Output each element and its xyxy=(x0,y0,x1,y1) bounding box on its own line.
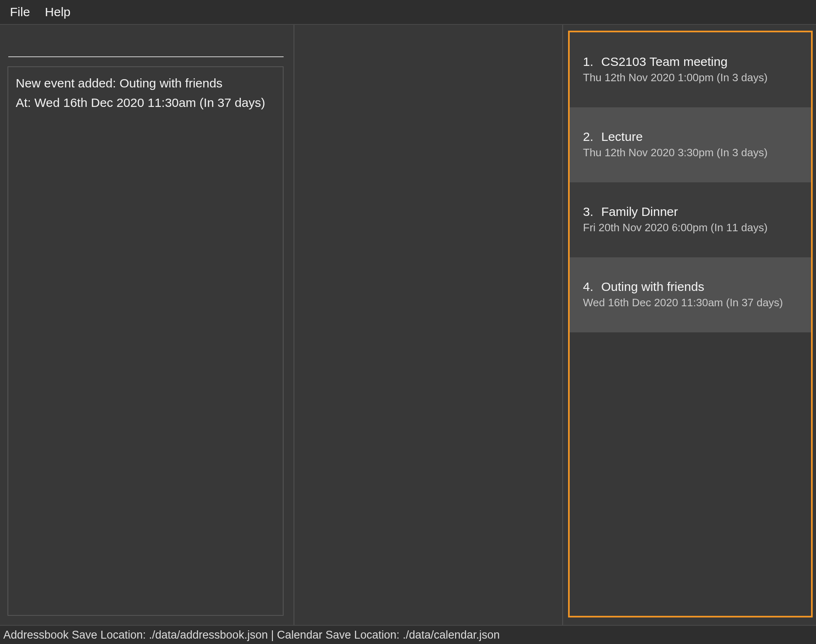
result-text: New event added: Outing with friends At:… xyxy=(16,74,274,112)
event-time: Thu 12th Nov 2020 1:00pm (In 3 days) xyxy=(583,71,799,84)
event-title: Lecture xyxy=(601,130,643,144)
event-title: CS2103 Team meeting xyxy=(601,55,728,69)
events-list: 1. CS2103 Team meeting Thu 12th Nov 2020… xyxy=(568,31,813,617)
event-card[interactable]: 4. Outing with friends Wed 16th Dec 2020… xyxy=(570,257,811,332)
event-index: 4. xyxy=(583,280,601,294)
main-area: New event added: Outing with friends At:… xyxy=(0,25,816,625)
right-panel: 1. CS2103 Team meeting Thu 12th Nov 2020… xyxy=(563,25,816,625)
menubar: File Help xyxy=(0,0,816,25)
event-card[interactable]: 1. CS2103 Team meeting Thu 12th Nov 2020… xyxy=(570,32,811,107)
menu-help[interactable]: Help xyxy=(45,5,70,19)
result-box: New event added: Outing with friends At:… xyxy=(7,66,284,616)
command-input[interactable] xyxy=(8,37,284,57)
event-time: Wed 16th Dec 2020 11:30am (In 37 days) xyxy=(583,296,799,309)
event-time: Fri 20th Nov 2020 6:00pm (In 11 days) xyxy=(583,221,799,234)
event-card[interactable]: 2. Lecture Thu 12th Nov 2020 3:30pm (In … xyxy=(570,107,811,182)
event-index: 2. xyxy=(583,130,601,144)
statusbar: Addressbook Save Location: ./data/addres… xyxy=(0,625,816,644)
menu-file[interactable]: File xyxy=(10,5,30,19)
event-index: 1. xyxy=(583,55,601,69)
status-text: Addressbook Save Location: ./data/addres… xyxy=(3,629,500,642)
middle-panel xyxy=(294,25,563,625)
event-card[interactable]: 3. Family Dinner Fri 20th Nov 2020 6:00p… xyxy=(570,182,811,257)
event-index: 3. xyxy=(583,205,601,219)
event-title: Family Dinner xyxy=(601,205,678,219)
event-title: Outing with friends xyxy=(601,280,704,294)
event-time: Thu 12th Nov 2020 3:30pm (In 3 days) xyxy=(583,146,799,159)
left-panel: New event added: Outing with friends At:… xyxy=(0,25,294,625)
